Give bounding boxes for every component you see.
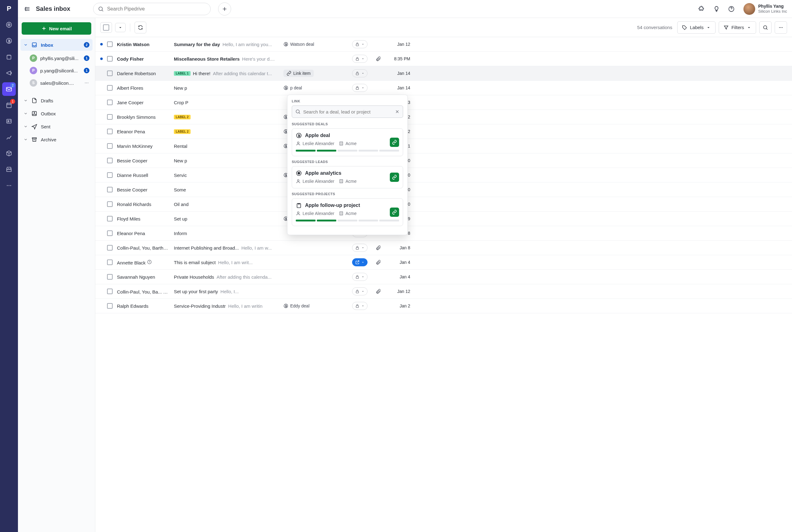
visibility-button[interactable] xyxy=(352,244,367,252)
suggested-lead-card[interactable]: Apple analytics Leslie Alexander Acme xyxy=(292,166,403,188)
email-row[interactable]: Cody Fisher Miscellaneous Store Retailer… xyxy=(95,52,792,66)
extensions-icon[interactable] xyxy=(696,4,707,14)
link-lead-button[interactable] xyxy=(390,173,399,182)
folder-drafts[interactable]: Drafts xyxy=(20,95,93,107)
labels-dropdown[interactable]: Labels xyxy=(677,21,716,34)
nav-marketplace[interactable] xyxy=(2,163,16,176)
account-more-icon[interactable] xyxy=(84,80,89,86)
suggested-deals-heading: SUGGESTED DEALS xyxy=(292,122,403,126)
email-row[interactable]: Annette Black This is email subjectHello… xyxy=(95,255,792,270)
nav-activities[interactable]: 1 xyxy=(2,98,16,112)
link-search[interactable] xyxy=(292,106,403,118)
email-checkbox[interactable] xyxy=(107,41,113,47)
suggested-project-card[interactable]: Apple follow-up project Leslie Alexander… xyxy=(292,198,403,226)
nav-products[interactable] xyxy=(2,147,16,160)
nav-contacts[interactable] xyxy=(2,114,16,128)
email-checkbox[interactable] xyxy=(107,56,113,61)
help-icon[interactable] xyxy=(726,4,737,14)
email-row[interactable]: Kristin Watson Summary for the dayHello,… xyxy=(95,37,792,52)
nav-more[interactable] xyxy=(2,179,16,192)
email-row[interactable]: Marvin McKinney Rental deal Jan 11 xyxy=(95,139,792,153)
link-item-button[interactable]: Link item xyxy=(283,70,314,77)
email-row[interactable]: Collin-Paul, You, Bartho... Internet Pub… xyxy=(95,241,792,255)
email-row[interactable]: Collin-Paul, You, Ba... 2 Set up your fi… xyxy=(95,284,792,299)
email-row[interactable]: Bessie Cooper Some Jan 10 xyxy=(95,183,792,197)
email-checkbox[interactable] xyxy=(107,129,113,134)
email-checkbox[interactable] xyxy=(107,143,113,149)
email-checkbox[interactable] xyxy=(107,230,113,236)
email-checkbox[interactable] xyxy=(107,216,113,222)
visibility-button[interactable] xyxy=(352,302,367,310)
email-checkbox[interactable] xyxy=(107,100,113,105)
email-checkbox[interactable] xyxy=(107,289,113,294)
svg-point-14 xyxy=(85,82,86,83)
email-row[interactable]: Savannah Nguyen Private HouseholdsAfter … xyxy=(95,270,792,284)
folder-outbox[interactable]: Outbox xyxy=(20,108,93,119)
visibility-button[interactable] xyxy=(352,287,367,296)
folder-sent[interactable]: Sent xyxy=(20,121,93,132)
link-project-button[interactable] xyxy=(390,208,399,217)
filters-dropdown[interactable]: Filters xyxy=(719,21,756,34)
new-email-button[interactable]: New email xyxy=(22,22,91,35)
email-row[interactable]: Eleanor Pena LABEL 2 eal Jan 12 xyxy=(95,124,792,139)
visibility-button[interactable] xyxy=(352,258,367,266)
global-search-input[interactable] xyxy=(107,6,206,12)
profile-menu[interactable]: Phyllis Yang Silicon Links Inc xyxy=(743,3,787,15)
visibility-button[interactable] xyxy=(352,55,367,63)
select-all-checkbox[interactable] xyxy=(100,22,112,33)
email-row[interactable]: Ronald Richards Oil and Jan 10 xyxy=(95,197,792,212)
suggested-deal-card[interactable]: Apple deal Leslie Alexander Acme xyxy=(292,128,403,156)
email-checkbox[interactable] xyxy=(107,71,113,76)
email-checkbox[interactable] xyxy=(107,245,113,250)
visibility-button[interactable] xyxy=(352,273,367,281)
email-checkbox[interactable] xyxy=(107,85,113,91)
email-checkbox[interactable] xyxy=(107,260,113,265)
email-checkbox[interactable] xyxy=(107,172,113,178)
email-row[interactable]: Jane Cooper Crop P Jan 13 xyxy=(95,95,792,110)
nav-leads[interactable] xyxy=(2,18,16,32)
nav-projects[interactable] xyxy=(2,50,16,64)
link-deal-button[interactable] xyxy=(390,138,399,147)
nav-deals[interactable] xyxy=(2,34,16,48)
visibility-button[interactable] xyxy=(352,84,367,92)
email-row[interactable]: Eleanor Pena Inform Jan 8 xyxy=(95,226,792,241)
tips-icon[interactable] xyxy=(711,4,722,14)
visibility-button[interactable] xyxy=(352,69,367,77)
avatar xyxy=(743,3,755,15)
email-row[interactable]: Floyd Miles Set up p and Brothers... Jan… xyxy=(95,212,792,226)
visibility-button[interactable] xyxy=(352,40,367,48)
email-checkbox[interactable] xyxy=(107,114,113,120)
email-row[interactable]: Bessie Cooper New p Jan 10 xyxy=(95,153,792,168)
email-checkbox[interactable] xyxy=(107,158,113,163)
folder-archive[interactable]: Archive xyxy=(20,134,93,145)
sidebar-account[interactable]: P p.yang@siliconli...1 xyxy=(20,64,93,77)
nav-insights[interactable] xyxy=(2,131,16,144)
clear-icon[interactable] xyxy=(395,109,400,114)
email-row[interactable]: Dianne Russell Servic l Jan 10 xyxy=(95,168,792,183)
nav-campaigns[interactable] xyxy=(2,66,16,80)
link-search-input[interactable] xyxy=(303,109,392,114)
email-row[interactable]: Albert Flores New p p deal Jan 14 xyxy=(95,81,792,95)
email-row[interactable]: Darlene Robertson LABEL 1Hi there!After … xyxy=(95,66,792,81)
nav-mail[interactable]: 2 xyxy=(2,82,16,96)
email-row[interactable]: Brooklyn Simmons LABEL 2 eal Jan 12 xyxy=(95,110,792,124)
sidebar-account[interactable]: S sales@silicon.... xyxy=(20,77,93,89)
project-name: Apple follow-up project xyxy=(305,203,360,208)
select-all-dropdown[interactable] xyxy=(115,23,126,32)
email-checkbox[interactable] xyxy=(107,303,113,309)
svg-point-18 xyxy=(763,26,767,29)
account-badge: 1 xyxy=(84,68,89,73)
add-button[interactable] xyxy=(218,2,231,16)
search-in-list-button[interactable] xyxy=(759,21,772,34)
sidebar-account[interactable]: P phyllis.yang@sili...1 xyxy=(20,52,93,64)
collapse-sidebar-button[interactable] xyxy=(23,5,32,13)
global-search[interactable] xyxy=(93,3,211,15)
refresh-button[interactable] xyxy=(135,22,146,33)
more-actions-button[interactable] xyxy=(775,21,787,34)
folder-inbox[interactable]: Inbox 2 xyxy=(20,39,93,51)
email-sender: Jane Cooper xyxy=(117,100,170,105)
email-checkbox[interactable] xyxy=(107,187,113,192)
email-checkbox[interactable] xyxy=(107,201,113,207)
email-checkbox[interactable] xyxy=(107,274,113,280)
email-row[interactable]: Ralph Edwards Service-Providing IndustrH… xyxy=(95,299,792,313)
